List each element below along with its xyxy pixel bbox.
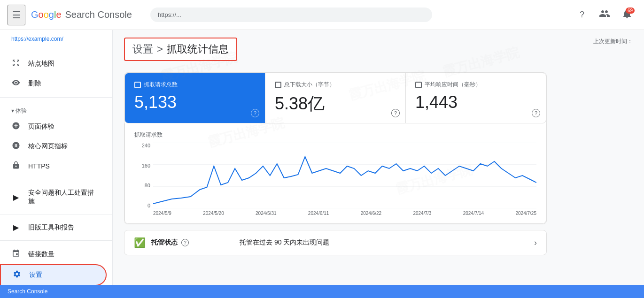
- breadcrumb-parent[interactable]: 设置: [132, 42, 153, 56]
- x-label-7: 2024/7/25: [515, 211, 536, 216]
- last-updated: 上次更新时间：: [593, 38, 633, 46]
- header-icons: ? 69: [573, 6, 636, 24]
- sidebar-item-label: 核心网页指标: [28, 142, 68, 151]
- stat-value-1: 5,133: [134, 92, 256, 112]
- notification-badge: 69: [626, 8, 635, 14]
- layout: https://example.com/ 站点地图 删除 ▾ 体验 页面体验: [0, 0, 644, 298]
- sidebar-item-settings[interactable]: 设置: [0, 264, 107, 286]
- sidebar-divider-5: [0, 240, 112, 241]
- chart-title: 抓取请求数: [134, 131, 536, 139]
- sidebar-item-legacy[interactable]: ▶ 旧版工具和报告: [0, 218, 107, 237]
- sidebar-item-https[interactable]: HTTPS: [0, 156, 107, 176]
- y-label-240: 240: [142, 143, 150, 148]
- stat-label-text-3: 平均响应时间（毫秒）: [425, 81, 481, 89]
- status-description: 托管在过去 90 天内未出现问题: [240, 238, 329, 247]
- status-text: 托管状态 ? 托管在过去 90 天内未出现问题: [151, 238, 528, 247]
- status-title: 托管状态: [151, 238, 178, 247]
- last-updated-text: 上次更新时间：: [593, 38, 633, 45]
- breadcrumb: 设置 > 抓取统计信息: [124, 38, 237, 61]
- sidebar-divider-3: [0, 180, 112, 180]
- sidebar-item-label: 设置: [29, 271, 42, 279]
- stat-value-2: 5.38亿: [275, 92, 396, 115]
- stat-label-2: 总下载大小（字节）: [275, 81, 396, 89]
- status-chevron-icon[interactable]: ›: [534, 238, 537, 248]
- stat-label-1: 抓取请求总数: [134, 81, 256, 89]
- page-exp-icon: [11, 122, 21, 132]
- stat-help-2[interactable]: ?: [391, 109, 400, 117]
- https-icon: [11, 161, 21, 171]
- y-label-80: 80: [145, 183, 150, 188]
- sidebar-item-label: 链接数量: [28, 250, 54, 259]
- sidebar-item-label: HTTPS: [28, 162, 50, 170]
- stat-card-response-time: 平均响应时间（毫秒） 1,443 ?: [406, 73, 546, 123]
- sidebar-item-page-experience[interactable]: 页面体验: [0, 117, 107, 137]
- remove-icon: [11, 78, 21, 89]
- breadcrumb-current: 抓取统计信息: [167, 42, 229, 56]
- sidebar: https://example.com/ 站点地图 删除 ▾ 体验 页面体验: [0, 30, 113, 298]
- sidebar-url[interactable]: https://example.com/: [0, 34, 112, 46]
- stat-label-text-1: 抓取请求总数: [144, 81, 178, 89]
- search-bar[interactable]: https://...: [150, 8, 432, 22]
- stat-label-text-2: 总下载大小（字节）: [284, 81, 335, 89]
- experience-section: ▾ 体验: [0, 101, 112, 117]
- sidebar-item-label: 删除: [28, 79, 41, 88]
- sidebar-item-security[interactable]: ▶ 安全问题和人工处置措施: [0, 184, 107, 210]
- section-label: ▾ 体验: [11, 107, 27, 114]
- x-label-4: 2024/6/22: [361, 211, 382, 216]
- stat-card-crawl-requests: 抓取请求总数 5,133 ?: [125, 73, 265, 123]
- status-icon: ✅: [134, 237, 146, 248]
- sidebar-item-label: 安全问题和人工处置措施: [28, 189, 95, 206]
- sidebar-item-label: 站点地图: [28, 60, 54, 68]
- breadcrumb-separator: >: [157, 43, 163, 55]
- sidebar-item-label: 页面体验: [28, 122, 54, 131]
- y-label-160: 160: [142, 163, 150, 168]
- stat-help-1[interactable]: ?: [251, 109, 259, 117]
- logo: Google Search Console: [31, 9, 132, 20]
- main-content: 霞万出海学院 霞万出海学院 霞万出海学院 霞万出海学院 霞万出海学院 设置 > …: [113, 30, 644, 298]
- bottom-bar: Search Console: [0, 285, 644, 298]
- logo-google: Google: [31, 9, 62, 20]
- chart-area: 抓取请求数 240 160 80 0: [124, 123, 546, 224]
- x-label-1: 2024/5/20: [203, 211, 224, 216]
- stat-label-3: 平均响应时间（毫秒）: [415, 81, 536, 89]
- status-help-icon[interactable]: ?: [181, 239, 189, 246]
- status-bar[interactable]: ✅ 托管状态 ? 托管在过去 90 天内未出现问题 ›: [124, 230, 547, 255]
- sidebar-item-label: 旧版工具和报告: [28, 223, 74, 232]
- bottom-bar-text: Search Console: [8, 288, 47, 295]
- header: ☰ Google Search Console https://... ? 69: [0, 0, 644, 30]
- search-text: https://...: [158, 11, 181, 18]
- logo-sc-text: Search Console: [65, 9, 132, 20]
- cwv-icon: [11, 141, 21, 152]
- sidebar-item-links[interactable]: 链接数量: [0, 245, 107, 264]
- sidebar-divider-2: [0, 97, 112, 98]
- help-button[interactable]: ?: [573, 6, 591, 24]
- links-icon: [11, 249, 21, 260]
- x-label-0: 2024/5/9: [153, 211, 171, 216]
- x-label-6: 2024/7/14: [463, 211, 484, 216]
- stat-value-3: 1,443: [415, 92, 536, 112]
- sidebar-divider-1: [0, 50, 112, 50]
- account-icon: [599, 8, 610, 22]
- sidebar-divider-4: [0, 214, 112, 214]
- y-label-0: 0: [147, 203, 150, 208]
- menu-button[interactable]: ☰: [8, 5, 25, 25]
- chart-svg: [153, 143, 536, 208]
- x-label-5: 2024/7/3: [413, 211, 431, 216]
- chevron-right-icon2: ▶: [11, 223, 21, 232]
- sidebar-item-sitemap[interactable]: 站点地图: [0, 54, 107, 74]
- chevron-right-icon: ▶: [11, 193, 21, 202]
- sitemap-icon: [11, 59, 21, 69]
- x-label-3: 2024/6/11: [308, 211, 329, 216]
- stats-row: 抓取请求总数 5,133 ? 总下载大小（字节） 5.38亿 ?: [124, 73, 546, 123]
- sidebar-item-remove[interactable]: 删除: [0, 74, 107, 93]
- x-label-2: 2024/5/31: [256, 211, 277, 216]
- settings-icon: [12, 270, 22, 280]
- stat-help-3[interactable]: ?: [532, 109, 540, 117]
- notification-button[interactable]: 69: [618, 6, 636, 24]
- header-left: ☰ Google Search Console: [8, 5, 139, 25]
- sidebar-item-core-web-vitals[interactable]: 核心网页指标: [0, 137, 107, 156]
- account-button[interactable]: [595, 6, 614, 24]
- help-icon: ?: [580, 10, 584, 20]
- stat-card-download-size: 总下载大小（字节） 5.38亿 ?: [265, 73, 406, 123]
